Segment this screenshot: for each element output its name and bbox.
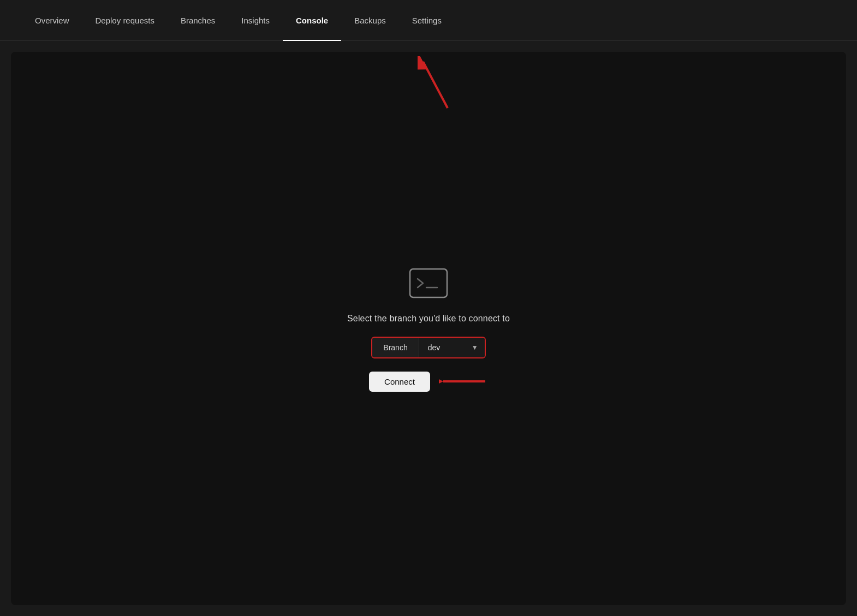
branch-select[interactable]: dev main staging — [419, 338, 485, 357]
console-panel: Select the branch you'd like to connect … — [11, 52, 846, 605]
nav-item-console[interactable]: Console — [283, 0, 341, 41]
nav-item-branches[interactable]: Branches — [168, 0, 228, 41]
annotation-arrow-right — [439, 373, 488, 390]
branch-select-wrapper: dev main staging ▼ — [419, 338, 485, 357]
nav-item-overview[interactable]: Overview — [22, 0, 82, 41]
svg-rect-2 — [410, 269, 447, 297]
annotation-arrow-top — [418, 56, 461, 111]
connect-wrapper: Connect — [369, 372, 488, 392]
nav-item-settings[interactable]: Settings — [399, 0, 455, 41]
nav-item-deploy-requests[interactable]: Deploy requests — [82, 0, 168, 41]
nav-item-backups[interactable]: Backups — [341, 0, 399, 41]
branch-selector: Branch dev main staging ▼ — [371, 337, 485, 358]
main-content: Select the branch you'd like to connect … — [0, 41, 857, 616]
nav-item-insights[interactable]: Insights — [228, 0, 283, 41]
console-center-content: Select the branch you'd like to connect … — [347, 266, 510, 392]
branch-label: Branch — [372, 338, 419, 357]
connect-button[interactable]: Connect — [369, 372, 430, 392]
terminal-icon — [407, 266, 450, 301]
prompt-text: Select the branch you'd like to connect … — [347, 314, 510, 324]
top-navigation: Overview Deploy requests Branches Insigh… — [0, 0, 857, 41]
svg-line-1 — [423, 62, 448, 108]
